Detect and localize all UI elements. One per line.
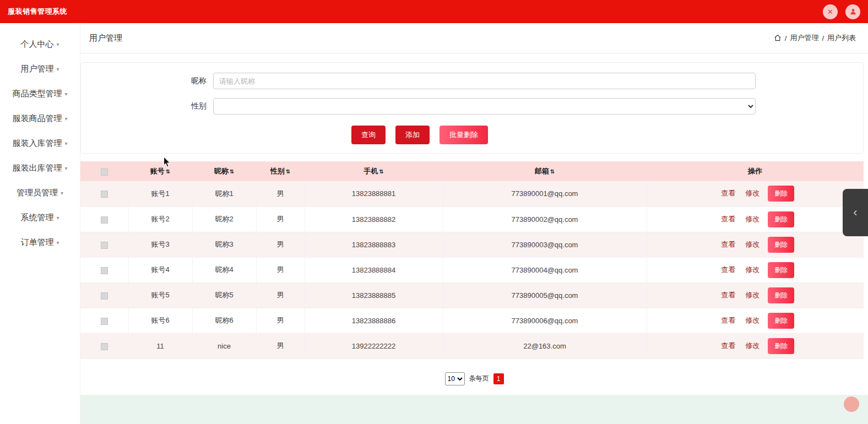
email-cell: 773890004@qq.com xyxy=(443,257,647,282)
nickname-cell: 昵称1 xyxy=(192,181,256,206)
gender-cell: 男 xyxy=(256,232,305,257)
sort-icon[interactable]: ⇅ xyxy=(166,168,170,175)
floating-button[interactable] xyxy=(844,396,859,412)
row-checkbox[interactable] xyxy=(101,191,108,198)
view-link[interactable]: 查看 xyxy=(721,341,735,350)
sidebar-item-2[interactable]: 用户管理▾ xyxy=(20,57,59,81)
actions-cell: 查看修改删除 xyxy=(647,333,864,358)
account-cell: 账号1 xyxy=(128,181,192,206)
collapse-panel-tab[interactable]: ‹ xyxy=(843,189,868,236)
batch-delete-button[interactable]: 批量删除 xyxy=(440,126,488,144)
user-icon[interactable] xyxy=(845,4,860,19)
view-link[interactable]: 查看 xyxy=(721,215,735,223)
pagination: 10 条每页 1 xyxy=(80,372,868,385)
main-content: 用户管理 / 用户管理 / 用户列表 昵称 性别 xyxy=(80,23,868,424)
breadcrumb-item-page[interactable]: 用户列表 xyxy=(827,33,856,43)
close-icon[interactable]: ✕ xyxy=(823,4,838,19)
column-header-label: 昵称 xyxy=(214,167,229,175)
sidebar-item-5[interactable]: 服装入库管理▾ xyxy=(12,131,67,156)
account-cell: 账号2 xyxy=(128,206,192,232)
column-header-1[interactable]: 账号⇅ xyxy=(128,161,192,181)
edit-link[interactable]: 修改 xyxy=(745,316,760,324)
delete-button[interactable]: 删除 xyxy=(768,237,794,253)
page-number-button[interactable]: 1 xyxy=(493,373,504,384)
chevron-down-icon: ▾ xyxy=(56,215,59,221)
page-size-select[interactable]: 10 xyxy=(445,372,465,385)
row-checkbox[interactable] xyxy=(101,267,108,274)
delete-button[interactable]: 删除 xyxy=(768,313,794,329)
sort-icon[interactable]: ⇅ xyxy=(550,168,555,175)
home-icon[interactable] xyxy=(774,34,782,42)
edit-link[interactable]: 修改 xyxy=(745,341,760,350)
sidebar-item-1[interactable]: 个人中心▾ xyxy=(20,32,59,57)
view-link[interactable]: 查看 xyxy=(721,240,735,248)
edit-link[interactable]: 修改 xyxy=(745,240,760,248)
gender-select[interactable] xyxy=(213,98,756,115)
sidebar-item-label: 用户管理 xyxy=(20,64,53,74)
actions-cell: 查看修改删除 xyxy=(647,282,864,308)
row-checkbox[interactable] xyxy=(101,343,108,350)
view-link[interactable]: 查看 xyxy=(721,291,735,299)
column-header-6: 操作 xyxy=(647,161,864,181)
table-row: 账号4昵称4男13823888884773890004@qq.com查看修改删除 xyxy=(80,257,864,282)
phone-cell: 13922222222 xyxy=(305,333,443,358)
sidebar-item-label: 服装出库管理 xyxy=(12,163,62,173)
sidebar-item-3[interactable]: 商品类型管理▾ xyxy=(12,81,67,106)
sort-icon[interactable]: ⇅ xyxy=(286,168,290,175)
table-body: 账号1昵称1男13823888881773890001@qq.com查看修改删除… xyxy=(80,181,864,358)
edit-link[interactable]: 修改 xyxy=(745,265,760,274)
table-row: 11nice男1392222222222@163.com查看修改删除 xyxy=(80,333,864,358)
delete-button[interactable]: 删除 xyxy=(768,287,794,303)
column-header-2[interactable]: 昵称⇅ xyxy=(192,161,256,181)
sidebar-item-7[interactable]: 管理员管理▾ xyxy=(17,181,63,205)
delete-button[interactable]: 删除 xyxy=(768,262,794,278)
edit-link[interactable]: 修改 xyxy=(745,189,760,197)
sort-icon[interactable]: ⇅ xyxy=(379,168,383,175)
per-page-label: 条每页 xyxy=(469,374,489,383)
row-checkbox[interactable] xyxy=(101,216,108,224)
row-checkbox[interactable] xyxy=(101,318,108,325)
row-checkbox-cell xyxy=(80,333,128,358)
query-button[interactable]: 查询 xyxy=(351,126,386,144)
chevron-down-icon: ▾ xyxy=(56,41,59,47)
row-checkbox-cell xyxy=(80,282,128,308)
view-link[interactable]: 查看 xyxy=(721,189,735,197)
edit-link[interactable]: 修改 xyxy=(745,215,760,223)
sidebar-item-9[interactable]: 订单管理▾ xyxy=(20,230,59,255)
sort-icon[interactable]: ⇅ xyxy=(230,168,234,175)
nickname-input[interactable] xyxy=(213,73,756,89)
sidebar-item-label: 服装入库管理 xyxy=(12,138,62,149)
breadcrumb-separator: / xyxy=(822,34,824,42)
sidebar-item-6[interactable]: 服装出库管理▾ xyxy=(12,156,67,181)
phone-cell: 13823888886 xyxy=(305,308,443,333)
gender-cell: 男 xyxy=(256,333,305,358)
gender-form-row: 性别 xyxy=(81,98,863,115)
sidebar-item-8[interactable]: 系统管理▾ xyxy=(20,205,59,230)
column-header-3[interactable]: 性别⇅ xyxy=(256,161,305,181)
view-link[interactable]: 查看 xyxy=(721,265,735,274)
delete-button[interactable]: 删除 xyxy=(768,338,794,354)
delete-button[interactable]: 删除 xyxy=(768,186,794,202)
row-checkbox-cell xyxy=(80,232,128,257)
table-row: 账号1昵称1男13823888881773890001@qq.com查看修改删除 xyxy=(80,181,864,206)
column-header-label: 账号 xyxy=(150,167,165,175)
breadcrumb-item-module[interactable]: 用户管理 xyxy=(790,33,818,43)
sidebar-item-4[interactable]: 服装商品管理▾ xyxy=(12,106,67,131)
view-link[interactable]: 查看 xyxy=(721,316,735,324)
row-checkbox-cell xyxy=(80,257,128,282)
delete-button[interactable]: 删除 xyxy=(768,211,794,227)
phone-cell: 13823888884 xyxy=(305,257,443,282)
gender-cell: 男 xyxy=(256,257,305,282)
row-checkbox[interactable] xyxy=(101,242,108,249)
row-checkbox[interactable] xyxy=(101,292,108,300)
column-header-4[interactable]: 手机⇅ xyxy=(305,161,443,181)
column-header-label: 操作 xyxy=(748,167,762,175)
nickname-cell: 昵称6 xyxy=(192,308,256,333)
column-header-5[interactable]: 邮箱⇅ xyxy=(443,161,647,181)
add-button[interactable]: 添加 xyxy=(395,126,430,144)
select-all-checkbox[interactable] xyxy=(101,168,108,176)
breadcrumb: / 用户管理 / 用户列表 xyxy=(774,33,856,43)
edit-link[interactable]: 修改 xyxy=(745,291,760,299)
actions-cell: 查看修改删除 xyxy=(647,308,864,333)
topbar-icons: ✕ xyxy=(823,4,860,19)
